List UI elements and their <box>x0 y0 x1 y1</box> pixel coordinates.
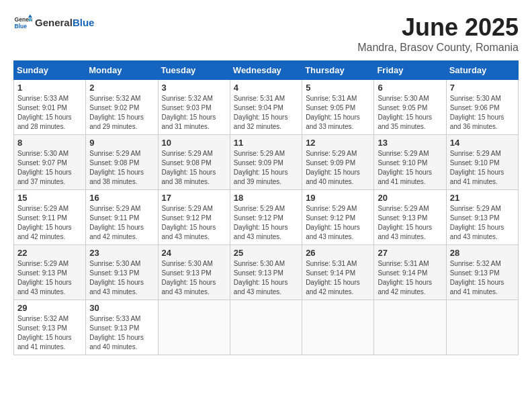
month-title: June 2025 <box>357 13 519 42</box>
day-number: 26 <box>306 248 370 258</box>
table-row: 19Sunrise: 5:29 AMSunset: 9:12 PMDayligh… <box>302 190 374 245</box>
day-number: 10 <box>162 138 226 148</box>
day-number: 24 <box>162 248 226 258</box>
day-info: Sunrise: 5:29 AMSunset: 9:08 PMDaylight:… <box>89 150 144 185</box>
day-number: 7 <box>450 83 515 93</box>
day-info: Sunrise: 5:29 AMSunset: 9:11 PMDaylight:… <box>17 205 72 240</box>
table-row: 14Sunrise: 5:29 AMSunset: 9:10 PMDayligh… <box>446 135 518 190</box>
day-info: Sunrise: 5:29 AMSunset: 9:11 PMDaylight:… <box>89 205 144 240</box>
day-number: 30 <box>89 303 154 313</box>
logo-icon: General Blue <box>13 13 32 32</box>
day-number: 21 <box>450 193 515 203</box>
table-row: 10Sunrise: 5:29 AMSunset: 9:08 PMDayligh… <box>158 135 230 190</box>
logo: General Blue GeneralBlue <box>13 13 94 32</box>
day-info: Sunrise: 5:30 AMSunset: 9:13 PMDaylight:… <box>162 260 216 295</box>
day-info: Sunrise: 5:32 AMSunset: 9:02 PMDaylight:… <box>89 95 144 130</box>
calendar-week-row: 29Sunrise: 5:32 AMSunset: 9:13 PMDayligh… <box>14 300 519 355</box>
table-row: 13Sunrise: 5:29 AMSunset: 9:10 PMDayligh… <box>374 135 446 190</box>
table-row: 8Sunrise: 5:30 AMSunset: 9:07 PMDaylight… <box>14 135 86 190</box>
svg-text:Blue: Blue <box>15 23 28 30</box>
col-tuesday: Tuesday <box>158 61 230 80</box>
calendar-week-row: 22Sunrise: 5:29 AMSunset: 9:13 PMDayligh… <box>14 245 519 300</box>
table-row: 30Sunrise: 5:33 AMSunset: 9:13 PMDayligh… <box>86 300 158 355</box>
day-number: 23 <box>89 248 154 258</box>
table-row <box>302 300 374 355</box>
header: General Blue GeneralBlue June 2025 Mandr… <box>13 13 519 54</box>
day-number: 11 <box>234 138 298 148</box>
table-row: 26Sunrise: 5:31 AMSunset: 9:14 PMDayligh… <box>302 245 374 300</box>
day-info: Sunrise: 5:30 AMSunset: 9:05 PMDaylight:… <box>378 95 432 130</box>
day-info: Sunrise: 5:30 AMSunset: 9:13 PMDaylight:… <box>89 260 144 295</box>
table-row: 9Sunrise: 5:29 AMSunset: 9:08 PMDaylight… <box>86 135 158 190</box>
day-number: 19 <box>306 193 370 203</box>
table-row <box>158 300 230 355</box>
col-friday: Friday <box>374 61 446 80</box>
table-row: 21Sunrise: 5:29 AMSunset: 9:13 PMDayligh… <box>446 190 518 245</box>
day-info: Sunrise: 5:29 AMSunset: 9:12 PMDaylight:… <box>162 205 216 240</box>
table-row: 1Sunrise: 5:33 AMSunset: 9:01 PMDaylight… <box>14 80 86 135</box>
table-row: 11Sunrise: 5:29 AMSunset: 9:09 PMDayligh… <box>230 135 302 190</box>
day-info: Sunrise: 5:29 AMSunset: 9:09 PMDaylight:… <box>306 150 360 185</box>
day-info: Sunrise: 5:29 AMSunset: 9:13 PMDaylight:… <box>378 205 432 240</box>
day-info: Sunrise: 5:29 AMSunset: 9:08 PMDaylight:… <box>162 150 216 185</box>
table-row <box>230 300 302 355</box>
calendar-table: Sunday Monday Tuesday Wednesday Thursday… <box>13 60 519 355</box>
table-row: 18Sunrise: 5:29 AMSunset: 9:12 PMDayligh… <box>230 190 302 245</box>
day-info: Sunrise: 5:31 AMSunset: 9:05 PMDaylight:… <box>306 95 360 130</box>
table-row: 23Sunrise: 5:30 AMSunset: 9:13 PMDayligh… <box>86 245 158 300</box>
table-row: 15Sunrise: 5:29 AMSunset: 9:11 PMDayligh… <box>14 190 86 245</box>
table-row: 24Sunrise: 5:30 AMSunset: 9:13 PMDayligh… <box>158 245 230 300</box>
table-row: 4Sunrise: 5:31 AMSunset: 9:04 PMDaylight… <box>230 80 302 135</box>
day-number: 13 <box>378 138 442 148</box>
day-info: Sunrise: 5:33 AMSunset: 9:13 PMDaylight:… <box>89 315 144 351</box>
logo-general: General <box>35 17 73 28</box>
day-number: 6 <box>378 83 442 93</box>
table-row: 12Sunrise: 5:29 AMSunset: 9:09 PMDayligh… <box>302 135 374 190</box>
day-number: 17 <box>162 193 226 203</box>
day-info: Sunrise: 5:31 AMSunset: 9:14 PMDaylight:… <box>378 260 432 295</box>
day-info: Sunrise: 5:29 AMSunset: 9:13 PMDaylight:… <box>450 205 504 240</box>
calendar-week-row: 8Sunrise: 5:30 AMSunset: 9:07 PMDaylight… <box>14 135 519 190</box>
table-row: 22Sunrise: 5:29 AMSunset: 9:13 PMDayligh… <box>14 245 86 300</box>
day-number: 22 <box>17 248 82 258</box>
day-info: Sunrise: 5:30 AMSunset: 9:13 PMDaylight:… <box>234 260 288 295</box>
day-info: Sunrise: 5:31 AMSunset: 9:14 PMDaylight:… <box>306 260 360 295</box>
location-title: Mandra, Brasov County, Romania <box>357 42 519 54</box>
day-number: 8 <box>17 138 82 148</box>
day-number: 12 <box>306 138 370 148</box>
calendar-header-row: Sunday Monday Tuesday Wednesday Thursday… <box>14 61 519 80</box>
day-number: 14 <box>450 138 515 148</box>
table-row: 17Sunrise: 5:29 AMSunset: 9:12 PMDayligh… <box>158 190 230 245</box>
table-row: 5Sunrise: 5:31 AMSunset: 9:05 PMDaylight… <box>302 80 374 135</box>
day-number: 18 <box>234 193 298 203</box>
day-info: Sunrise: 5:29 AMSunset: 9:10 PMDaylight:… <box>378 150 432 185</box>
table-row: 20Sunrise: 5:29 AMSunset: 9:13 PMDayligh… <box>374 190 446 245</box>
table-row: 27Sunrise: 5:31 AMSunset: 9:14 PMDayligh… <box>374 245 446 300</box>
table-row <box>446 300 518 355</box>
day-number: 27 <box>378 248 442 258</box>
table-row: 28Sunrise: 5:32 AMSunset: 9:13 PMDayligh… <box>446 245 518 300</box>
logo-text: GeneralBlue <box>35 17 94 29</box>
table-row: 25Sunrise: 5:30 AMSunset: 9:13 PMDayligh… <box>230 245 302 300</box>
col-thursday: Thursday <box>302 61 374 80</box>
day-info: Sunrise: 5:29 AMSunset: 9:12 PMDaylight:… <box>306 205 360 240</box>
day-number: 15 <box>17 193 82 203</box>
day-info: Sunrise: 5:33 AMSunset: 9:01 PMDaylight:… <box>17 95 72 130</box>
day-info: Sunrise: 5:29 AMSunset: 9:13 PMDaylight:… <box>17 260 72 295</box>
day-info: Sunrise: 5:32 AMSunset: 9:13 PMDaylight:… <box>17 315 72 351</box>
day-number: 9 <box>89 138 154 148</box>
col-sunday: Sunday <box>14 61 86 80</box>
day-number: 5 <box>306 83 370 93</box>
title-area: June 2025 Mandra, Brasov County, Romania <box>357 13 519 54</box>
day-number: 16 <box>89 193 154 203</box>
table-row: 3Sunrise: 5:32 AMSunset: 9:03 PMDaylight… <box>158 80 230 135</box>
table-row: 16Sunrise: 5:29 AMSunset: 9:11 PMDayligh… <box>86 190 158 245</box>
table-row: 7Sunrise: 5:30 AMSunset: 9:06 PMDaylight… <box>446 80 518 135</box>
day-number: 1 <box>17 83 82 93</box>
col-wednesday: Wednesday <box>230 61 302 80</box>
day-info: Sunrise: 5:31 AMSunset: 9:04 PMDaylight:… <box>234 95 288 130</box>
calendar-week-row: 1Sunrise: 5:33 AMSunset: 9:01 PMDaylight… <box>14 80 519 135</box>
day-info: Sunrise: 5:29 AMSunset: 9:12 PMDaylight:… <box>234 205 288 240</box>
day-number: 28 <box>450 248 515 258</box>
day-number: 4 <box>234 83 298 93</box>
